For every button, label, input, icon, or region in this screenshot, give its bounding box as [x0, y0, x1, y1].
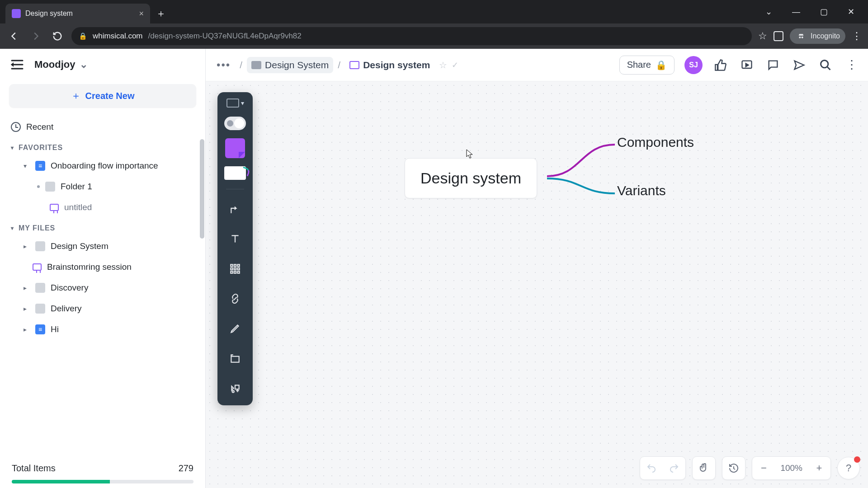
recent-label: Recent: [26, 122, 53, 132]
lock-icon: 🔒: [656, 60, 667, 70]
browser-tab[interactable]: Design system ×: [5, 4, 150, 23]
svg-point-3: [821, 60, 828, 67]
separator: /: [338, 60, 340, 70]
chevron-down-icon[interactable]: ⌄: [80, 59, 88, 70]
tool-grid[interactable]: [224, 258, 246, 280]
total-items-label: Total Items: [12, 463, 56, 474]
svg-rect-4: [231, 264, 232, 266]
create-new-button[interactable]: ＋ Create New: [9, 84, 196, 108]
lock-icon: 🔒: [79, 32, 87, 40]
incognito-label: Incognito: [811, 32, 840, 40]
breadcrumb: / Design System / Design system ☆ ✓: [240, 57, 458, 73]
zoom-level[interactable]: 100%: [775, 463, 808, 473]
sidebar-item-hi[interactable]: ▸ ≡ Hi: [0, 319, 205, 340]
workspace-name[interactable]: Moodjoy: [34, 59, 75, 70]
chevron-right-icon: ▸: [24, 243, 30, 250]
sidebar-item-discovery[interactable]: ▸ Discovery: [0, 277, 205, 298]
tool-connector[interactable]: [224, 198, 246, 220]
myfiles-header[interactable]: ▾ MY FILES: [0, 218, 205, 236]
sidebar-item-onboarding[interactable]: ▾ ≡ Onboarding flow importance: [0, 155, 205, 176]
browser-back-button[interactable]: [6, 28, 22, 44]
board-icon: [349, 61, 359, 69]
share-button[interactable]: Share 🔒: [619, 56, 675, 75]
redo-button[interactable]: [663, 457, 685, 479]
sidebar-scrollbar[interactable]: [200, 139, 204, 302]
window-close-icon[interactable]: ✕: [843, 4, 859, 19]
tool-toggle[interactable]: [224, 117, 246, 130]
url-field[interactable]: 🔒 whimsical.com/design-system-UQ37eNUGfL…: [71, 27, 752, 45]
canvas[interactable]: ▾ Design system Components Variants: [206, 81, 868, 488]
zoom-out-button[interactable]: −: [752, 457, 775, 479]
breadcrumb-file[interactable]: Design system: [345, 57, 434, 73]
thumbs-up-icon[interactable]: [712, 57, 729, 73]
sidebar-item-delivery[interactable]: ▸ Delivery: [0, 298, 205, 319]
window-maximize-icon[interactable]: ▢: [816, 4, 832, 19]
window-minimize-icon[interactable]: —: [788, 5, 805, 19]
svg-point-1: [802, 37, 803, 38]
tool-sticky-note[interactable]: [225, 138, 245, 158]
extensions-icon[interactable]: [774, 31, 783, 41]
tab-title: Design system: [25, 9, 73, 18]
tool-text[interactable]: [224, 228, 246, 250]
help-button[interactable]: ?: [837, 457, 860, 479]
sidebar-item-untitled[interactable]: untitled: [0, 197, 205, 218]
tab-close-icon[interactable]: ×: [139, 9, 144, 19]
tool-frame[interactable]: [224, 347, 246, 369]
board-icon: [50, 204, 59, 211]
create-new-label: Create New: [85, 91, 135, 101]
doc-icon: ≡: [35, 324, 45, 334]
plus-icon: ＋: [71, 89, 81, 103]
hand-tool-button[interactable]: [693, 457, 715, 479]
sidebar-item-design-system[interactable]: ▸ Design System: [0, 236, 205, 257]
mindmap-node-variants[interactable]: Variants: [617, 183, 666, 198]
tool-link[interactable]: [224, 288, 246, 310]
sidebar-recent[interactable]: Recent: [0, 117, 205, 137]
chevron-down-icon[interactable]: ⌄: [761, 4, 777, 19]
zoom-in-button[interactable]: +: [808, 457, 830, 479]
mindmap-node-components[interactable]: Components: [617, 135, 694, 150]
breadcrumb-folder[interactable]: Design System: [247, 57, 333, 73]
board-icon: [33, 263, 42, 271]
sidebar-item-folder1[interactable]: Folder 1: [0, 176, 205, 197]
history-button[interactable]: [722, 457, 745, 479]
favorite-star-icon[interactable]: ☆: [439, 60, 447, 70]
more-menu-icon[interactable]: ⋮: [844, 57, 860, 73]
svg-rect-8: [234, 268, 236, 270]
favorites-header[interactable]: ▾ FAVORITES: [0, 137, 205, 155]
chevron-down-icon: ▾: [11, 145, 14, 151]
sync-status-icon[interactable]: ✓: [452, 60, 458, 70]
svg-rect-9: [237, 268, 239, 270]
tool-pencil[interactable]: [224, 318, 246, 339]
mindmap-root-node[interactable]: Design system: [405, 158, 537, 198]
sidebar-footer: Total Items 279: [0, 455, 205, 488]
screen-icon: [226, 99, 239, 108]
total-items-count: 279: [179, 463, 193, 474]
sidebar-collapse-button[interactable]: [11, 57, 26, 72]
new-tab-button[interactable]: ＋: [153, 5, 169, 22]
tool-more[interactable]: [224, 377, 246, 399]
incognito-badge[interactable]: Incognito: [790, 28, 845, 44]
svg-rect-11: [234, 271, 236, 273]
svg-point-0: [799, 37, 801, 38]
send-icon[interactable]: [791, 57, 807, 73]
tab-favicon: [12, 9, 21, 18]
comments-icon[interactable]: [765, 57, 781, 73]
sidebar: Moodjoy ⌄ ＋ Create New Recent ▾ FAVORITE…: [0, 49, 206, 488]
browser-forward-button[interactable]: [28, 28, 43, 44]
browser-menu-icon[interactable]: ⋮: [852, 30, 862, 42]
undo-button[interactable]: [640, 457, 663, 479]
breadcrumb-overflow-icon[interactable]: •••: [214, 59, 233, 71]
sidebar-item-brainstorming[interactable]: Brainstomring session: [0, 257, 205, 277]
window-controls: ⌄ — ▢ ✕: [761, 0, 868, 23]
browser-reload-button[interactable]: [50, 28, 65, 44]
bookmark-star-icon[interactable]: ☆: [758, 30, 767, 42]
user-avatar[interactable]: SJ: [684, 56, 703, 74]
cursor-icon: [466, 149, 473, 159]
folder-icon: [35, 241, 45, 251]
browser-address-bar: 🔒 whimsical.com/design-system-UQ37eNUGfL…: [0, 23, 868, 49]
svg-rect-12: [237, 271, 239, 273]
board-type-selector[interactable]: ▾: [224, 98, 247, 108]
tool-mindmap[interactable]: [224, 166, 246, 180]
search-icon[interactable]: [817, 57, 834, 73]
present-icon[interactable]: [739, 57, 755, 73]
